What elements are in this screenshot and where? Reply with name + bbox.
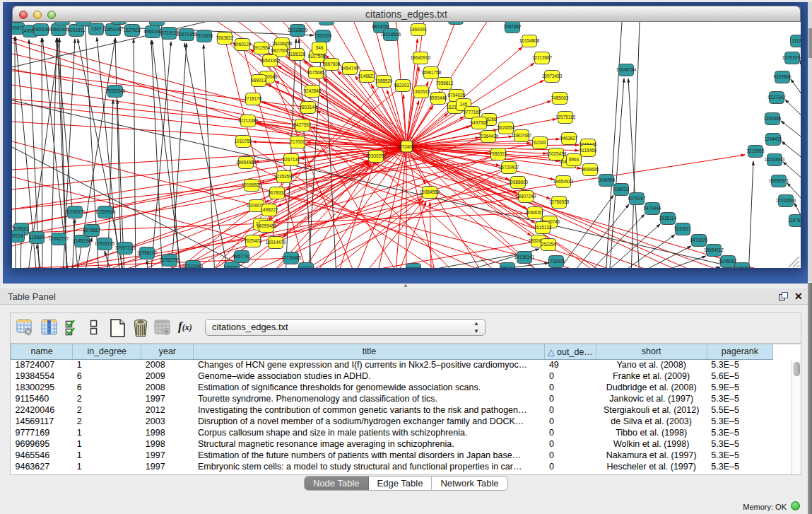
svg-text:15751074: 15751074 <box>782 55 801 60</box>
svg-text:1244415: 1244415 <box>765 136 782 141</box>
svg-text:9975867: 9975867 <box>83 228 101 233</box>
svg-text:8912954: 8912954 <box>253 45 271 50</box>
svg-text:1615132: 1615132 <box>534 225 552 230</box>
svg-text:20691406: 20691406 <box>49 27 69 32</box>
svg-text:12923468: 12923468 <box>183 264 204 268</box>
svg-text:9084067: 9084067 <box>526 210 544 215</box>
svg-text:7663822: 7663822 <box>216 35 234 40</box>
svg-text:9777169: 9777169 <box>464 110 481 115</box>
svg-text:16782759: 16782759 <box>160 257 180 262</box>
svg-text:2087682: 2087682 <box>504 24 522 29</box>
svg-text:9201811: 9201811 <box>68 28 86 33</box>
svg-text:8990448: 8990448 <box>430 95 447 100</box>
svg-text:12213967: 12213967 <box>532 55 553 60</box>
svg-text:1864091: 1864091 <box>410 27 428 32</box>
svg-text:12505135: 12505135 <box>95 241 115 246</box>
svg-text:1362615: 1362615 <box>413 89 430 94</box>
svg-text:18807249: 18807249 <box>516 194 536 199</box>
svg-text:7515526: 7515526 <box>196 33 213 38</box>
svg-text:9857791: 9857791 <box>233 254 251 259</box>
svg-text:1527602: 1527602 <box>124 28 141 33</box>
svg-text:795214: 795214 <box>500 266 515 268</box>
svg-text:9146821: 9146821 <box>358 74 376 78</box>
svg-text:1010755: 1010755 <box>235 139 252 144</box>
svg-text:8471676: 8471676 <box>690 238 708 243</box>
svg-text:6379197: 6379197 <box>628 196 646 201</box>
svg-text:39154: 39154 <box>12 233 23 238</box>
svg-text:1047274: 1047274 <box>298 266 315 268</box>
svg-text:3624554: 3624554 <box>498 125 515 130</box>
svg-text:16914479: 16914479 <box>266 240 286 245</box>
svg-text:1167533: 1167533 <box>788 218 801 223</box>
svg-text:25300295: 25300295 <box>366 153 387 158</box>
svg-text:1640954: 1640954 <box>598 177 616 182</box>
svg-text:19166825: 19166825 <box>242 182 262 187</box>
svg-text:3215953: 3215953 <box>747 148 765 153</box>
svg-text:938923: 938923 <box>613 187 629 192</box>
svg-text:8964: 8964 <box>569 157 579 162</box>
svg-text:19384554: 19384554 <box>420 189 440 194</box>
svg-text:6497568: 6497568 <box>471 120 488 125</box>
svg-text:5822037: 5822037 <box>394 83 412 88</box>
svg-text:9242848: 9242848 <box>304 88 322 93</box>
svg-text:7357224: 7357224 <box>314 33 332 38</box>
svg-text:16648784: 16648784 <box>616 67 637 72</box>
svg-text:1145194: 1145194 <box>73 238 91 243</box>
svg-text:2803144: 2803144 <box>300 105 317 110</box>
svg-text:16154808: 16154808 <box>519 38 540 43</box>
svg-text:9227342: 9227342 <box>768 95 786 100</box>
svg-text:10807487: 10807487 <box>512 133 532 138</box>
svg-text:3267130: 3267130 <box>283 157 300 162</box>
svg-text:10671355: 10671355 <box>177 32 197 37</box>
svg-text:12975115: 12975115 <box>555 115 575 119</box>
svg-text:7632621: 7632621 <box>674 226 692 231</box>
svg-text:1588520: 1588520 <box>375 78 393 83</box>
svg-text:19218506: 19218506 <box>381 32 401 37</box>
svg-text:1498222: 1498222 <box>261 207 278 212</box>
svg-text:7485063: 7485063 <box>551 95 569 100</box>
svg-text:9474444: 9474444 <box>644 206 661 211</box>
svg-text:17359924: 17359924 <box>95 209 116 214</box>
svg-text:9329966: 9329966 <box>774 74 792 79</box>
svg-text:8678332: 8678332 <box>269 190 286 195</box>
svg-text:2867608: 2867608 <box>323 62 341 66</box>
svg-text:16961758: 16961758 <box>421 70 442 75</box>
svg-text:989013: 989013 <box>251 78 266 83</box>
svg-text:546: 546 <box>316 45 324 50</box>
svg-text:62160: 62160 <box>534 140 546 145</box>
svg-text:10958107: 10958107 <box>137 250 158 255</box>
svg-text:12353594: 12353594 <box>274 174 295 179</box>
svg-text:15720407: 15720407 <box>499 165 519 170</box>
svg-text:14136141: 14136141 <box>514 255 535 259</box>
svg-text:9327508: 9327508 <box>308 54 326 59</box>
svg-text:9463627: 9463627 <box>560 136 578 141</box>
svg-text:10688609: 10688609 <box>508 180 529 185</box>
svg-text:8186328: 8186328 <box>288 52 306 57</box>
svg-text:3675685: 3675685 <box>307 70 325 75</box>
svg-text:1733426: 1733426 <box>548 259 565 264</box>
svg-text:6794028: 6794028 <box>448 93 466 98</box>
svg-text:14099489: 14099489 <box>257 223 277 228</box>
svg-text:115689: 115689 <box>30 235 45 240</box>
svg-text:19654923: 19654923 <box>553 179 574 184</box>
svg-text:20364436: 20364436 <box>478 134 499 139</box>
svg-text:11125: 11125 <box>792 38 801 43</box>
svg-text:252254: 252254 <box>541 242 556 247</box>
svg-text:1347: 1347 <box>91 26 102 31</box>
svg-text:12942737: 12942737 <box>49 236 69 241</box>
svg-text:17016504: 17016504 <box>776 198 796 203</box>
svg-text:10853267: 10853267 <box>103 27 124 32</box>
svg-text:9245052: 9245052 <box>719 259 737 264</box>
svg-text:16033809: 16033809 <box>288 28 308 33</box>
svg-text:8454749: 8454749 <box>341 66 359 71</box>
svg-text:2069140: 2069140 <box>33 27 50 32</box>
svg-text:8960124: 8960124 <box>234 42 252 47</box>
svg-text:8427552: 8427552 <box>294 122 312 127</box>
svg-text:19654985: 19654985 <box>236 160 257 165</box>
svg-text:2935114: 2935114 <box>659 216 677 221</box>
svg-text:17957223: 17957223 <box>115 245 136 250</box>
svg-text:19692971: 19692971 <box>769 178 789 183</box>
svg-text:9245052: 9245052 <box>734 266 751 268</box>
svg-text:165231: 165231 <box>224 265 240 268</box>
svg-text:217006: 217006 <box>290 139 305 144</box>
